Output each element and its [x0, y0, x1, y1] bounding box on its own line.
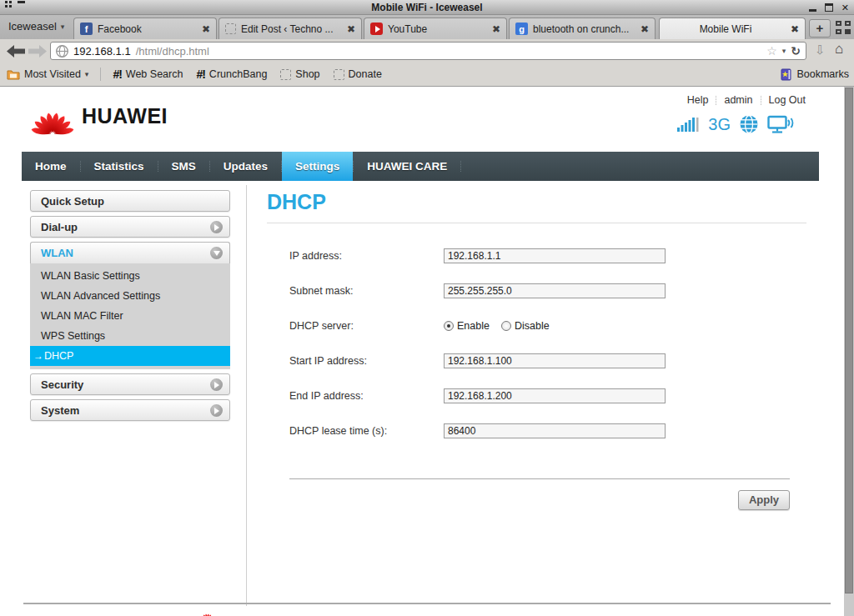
nav-updates[interactable]: Updates [210, 152, 281, 181]
back-icon[interactable] [7, 45, 25, 58]
window-minimize-icon[interactable] [809, 9, 816, 12]
bookmarks-menu-button[interactable]: Bookmarks [780, 68, 854, 81]
sidebar-item-system[interactable]: System [30, 399, 230, 421]
url-bar[interactable]: 192.168.1.1 /html/dhcp.html ☆ ▾ ↻ [50, 42, 806, 60]
sidebar-item-wps-settings[interactable]: WPS Settings [30, 326, 230, 346]
vertical-scrollbar[interactable] [844, 87, 854, 616]
sidebar-item-wlan-mac-filter[interactable]: WLAN MAC Filter [30, 306, 230, 326]
start-ip-label: Start IP address: [289, 355, 444, 367]
nav-settings[interactable]: Settings [282, 152, 353, 181]
placeholder-favicon-icon [225, 23, 236, 34]
url-dropdown-icon[interactable]: ▾ [782, 47, 786, 55]
expand-right-icon[interactable] [210, 221, 223, 233]
ip-address-field[interactable] [444, 248, 666, 263]
tab-close-icon[interactable]: ✖ [791, 23, 799, 35]
settings-sidebar: Quick Setup Dial-up WLAN WLAN Basic Sett… [30, 190, 230, 425]
tab-youtube[interactable]: YouTube ✖ [364, 18, 507, 39]
crunchbang-icon: #! [113, 68, 121, 81]
navigation-toolbar: 192.168.1.1 /html/dhcp.html ☆ ▾ ↻ ⇩ ⌂ [0, 39, 854, 63]
expand-right-icon[interactable] [210, 378, 223, 391]
chevron-down-icon: ▾ [61, 23, 65, 31]
network-mode-label: 3G [708, 115, 731, 134]
tab-facebook[interactable]: f Facebook ✖ [73, 18, 217, 39]
sidebar-item-wlan-advanced-settings[interactable]: WLAN Advanced Settings [30, 286, 230, 306]
footer-rule [23, 603, 831, 604]
bookmark-shop[interactable]: Shop [274, 68, 326, 80]
bookmarks-toolbar: Most Visited ▾ #! Web Search #! CrunchBa… [0, 63, 854, 87]
sidebar-item-security[interactable]: Security [30, 373, 230, 395]
bookmark-star-icon[interactable]: ☆ [766, 44, 777, 58]
window-maximize-icon[interactable] [825, 3, 833, 12]
bookmark-crunchbang[interactable]: #! CrunchBang [189, 68, 274, 81]
wifi-device-icon [767, 115, 794, 134]
user-label: admin [716, 94, 760, 106]
page-title: DHCP [267, 190, 326, 214]
chevron-down-icon: ▾ [85, 70, 89, 78]
wlan-submenu: WLAN Basic Settings WLAN Advanced Settin… [30, 263, 230, 369]
sidebar-item-dhcp[interactable]: →DHCP [30, 346, 230, 366]
end-ip-field[interactable] [444, 388, 666, 403]
most-visited-button[interactable]: Most Visited ▾ [0, 68, 95, 80]
scrollbar-thumb[interactable] [845, 88, 853, 593]
bookmark-web-search[interactable]: #! Web Search [106, 68, 189, 81]
sidebar-item-quick-setup[interactable]: Quick Setup [30, 190, 230, 212]
site-globe-icon [56, 45, 68, 58]
end-ip-label: End IP address: [289, 390, 444, 402]
form-row: Start IP address: [289, 343, 806, 378]
form-bottom-rule [289, 478, 790, 479]
enable-radio[interactable] [444, 321, 454, 331]
placeholder-favicon-icon [334, 69, 344, 80]
sidebar-item-wlan[interactable]: WLAN [30, 242, 230, 263]
bookmark-donate[interactable]: Donate [327, 68, 389, 80]
internet-globe-icon [739, 114, 759, 134]
form-row: DHCP lease time (s): [289, 413, 806, 448]
crunchbang-icon: #! [196, 68, 204, 81]
nav-statistics[interactable]: Statistics [81, 152, 158, 181]
content-divider [246, 185, 247, 606]
lease-time-label: DHCP lease time (s): [289, 425, 444, 437]
url-host: 192.168.1.1 [73, 45, 131, 58]
tab-close-icon[interactable]: ✖ [347, 23, 355, 35]
collapse-down-icon[interactable] [210, 247, 223, 259]
tab-close-icon[interactable]: ✖ [492, 23, 500, 35]
window-close-icon[interactable]: ✕ [841, 3, 849, 13]
app-menu-button[interactable]: Iceweasel ▾ [8, 20, 64, 33]
new-tab-button[interactable]: + [809, 19, 831, 38]
downloads-icon[interactable]: ⇩ [815, 43, 826, 58]
lease-time-field[interactable] [444, 423, 666, 438]
dhcp-server-label: DHCP server: [289, 320, 444, 332]
tab-close-icon[interactable]: ✖ [202, 23, 210, 35]
nav-sms[interactable]: SMS [158, 152, 209, 181]
help-link[interactable]: Help [680, 94, 716, 106]
start-ip-field[interactable] [444, 353, 666, 368]
home-icon[interactable]: ⌂ [835, 41, 843, 58]
tab-bluetooth[interactable]: g bluetooth on crunch... ✖ [509, 18, 656, 39]
tab-close-icon[interactable]: ✖ [640, 23, 649, 35]
tab-edit-post[interactable]: Edit Post ‹ Techno ... ✖ [219, 18, 362, 39]
subnet-mask-label: Subnet mask: [289, 285, 444, 297]
placeholder-favicon-icon [280, 69, 291, 80]
window-titlebar[interactable]: Mobile WiFi - Iceweasel ✕ [0, 0, 854, 15]
title-rule [267, 223, 806, 223]
header-links: Help admin Log Out [680, 94, 813, 106]
expand-right-icon[interactable] [210, 404, 223, 417]
forward-icon[interactable] [28, 45, 47, 58]
sidebar-item-wlan-basic-settings[interactable]: WLAN Basic Settings [30, 266, 230, 286]
huawei-logo-icon [30, 97, 75, 135]
sidebar-item-dial-up[interactable]: Dial-up [30, 216, 230, 238]
tab-mobile-wifi[interactable]: Mobile WiFi ✖ [659, 18, 806, 39]
tab-groups-icon[interactable] [836, 21, 851, 34]
nav-huawei-care[interactable]: HUAWEI CARE [354, 152, 460, 181]
apply-button[interactable]: Apply [738, 490, 790, 510]
bookmarks-book-icon [780, 68, 792, 81]
nav-home[interactable]: Home [22, 152, 80, 181]
main-navigation: Home Statistics SMS Updates Settings HUA… [22, 152, 819, 181]
status-indicators: 3G [677, 114, 794, 134]
disable-radio[interactable] [501, 321, 511, 331]
reload-icon[interactable]: ↻ [791, 44, 801, 58]
tab-bar: Iceweasel ▾ f Facebook ✖ Edit Post ‹ Tec… [0, 15, 854, 39]
selected-arrow-icon: → [33, 350, 43, 362]
form-row: Subnet mask: [289, 273, 806, 308]
logout-link[interactable]: Log Out [761, 94, 813, 106]
subnet-mask-field[interactable] [444, 283, 666, 298]
